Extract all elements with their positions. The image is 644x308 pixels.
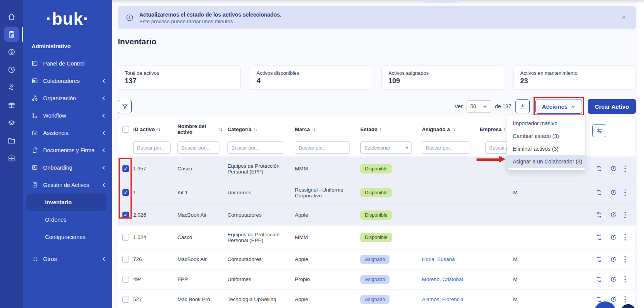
- kebab-menu-icon[interactable]: [624, 256, 626, 263]
- row-checkbox[interactable]: [122, 276, 129, 283]
- payroll-dollar-icon[interactable]: $: [0, 43, 23, 61]
- sidebar-item-panel-de-control[interactable]: Panel de Control: [23, 55, 112, 72]
- acciones-button[interactable]: Acciones: [535, 99, 582, 114]
- sort-icon[interactable]: ↑↓: [253, 127, 257, 131]
- crear-activo-button[interactable]: Crear Activo: [588, 99, 636, 114]
- change-status-icon[interactable]: [595, 189, 603, 196]
- menu-item-importador-masivo[interactable]: Importador masivo: [507, 117, 585, 130]
- select-all-checkbox[interactable]: [122, 126, 129, 133]
- history-icon[interactable]: [610, 276, 617, 283]
- archive-cabinet-icon[interactable]: [0, 150, 23, 167]
- sidebar-subitem-inventario[interactable]: Inventario: [26, 194, 107, 211]
- total-count-label: de 137: [495, 103, 512, 109]
- change-status-icon[interactable]: [595, 256, 603, 263]
- sidebar-item-otros[interactable]: Otros: [23, 250, 112, 268]
- assigned-person-link[interactable]: Moreno, Cristobal: [422, 276, 463, 282]
- sort-icon[interactable]: ↑↓: [219, 127, 222, 131]
- sidebar-item-documentos-y-firma[interactable]: Documentos y Firma: [23, 141, 112, 159]
- training-graduation-icon[interactable]: [0, 114, 23, 132]
- clipboard-check-icon: [32, 182, 38, 188]
- row-checkbox[interactable]: ✓: [122, 212, 129, 218]
- column-settings-button[interactable]: [592, 124, 606, 137]
- filter-categoria-input[interactable]: [227, 141, 284, 154]
- cell-categoria: Uniformes: [227, 276, 295, 282]
- change-status-icon[interactable]: [595, 234, 603, 241]
- filter-asignado-input[interactable]: [422, 141, 470, 154]
- kebab-menu-icon[interactable]: [624, 211, 626, 219]
- cell-nombre: Mac Book Pro: [177, 296, 227, 302]
- status-badge: Disponible: [360, 188, 392, 197]
- change-status-icon[interactable]: [595, 165, 603, 172]
- sort-icon[interactable]: ↑↓: [452, 127, 455, 131]
- row-checkbox[interactable]: ✓: [122, 189, 129, 196]
- cell-id: 494: [133, 276, 177, 282]
- history-icon[interactable]: [610, 256, 617, 263]
- benefits-hand-heart-icon[interactable]: [0, 79, 23, 96]
- sort-icon[interactable]: ↑↓: [157, 127, 160, 131]
- stat-label: Total de activos: [125, 70, 234, 76]
- sidebar-item-colaboradores[interactable]: Colaboradores: [23, 72, 112, 89]
- cell-categoria: Computadores: [227, 256, 295, 262]
- kebab-menu-icon[interactable]: [624, 165, 626, 172]
- menu-item-asignar-colaborador[interactable]: Asignar a un Colaborador (3): [507, 155, 585, 168]
- column-header-id[interactable]: ID activo↑↓: [133, 126, 177, 132]
- cell-categoria: Equipos de Protección Personal (EPP): [227, 163, 295, 175]
- history-icon[interactable]: [610, 296, 617, 303]
- filter-estado-select[interactable]: Seleccionar▾: [360, 141, 412, 154]
- sidebar-item-gestion-de-activos[interactable]: Gestión de Activos: [23, 176, 112, 194]
- page-size-select[interactable]: 50: [467, 100, 491, 113]
- column-header-nombre[interactable]: Nombre del activo↑↓: [177, 123, 227, 135]
- download-button[interactable]: [515, 99, 530, 113]
- column-header-asignado[interactable]: Asignado a↑↓: [422, 126, 480, 132]
- row-checkbox[interactable]: [122, 256, 129, 263]
- close-icon[interactable]: ×: [622, 13, 626, 22]
- change-status-icon[interactable]: [595, 276, 603, 283]
- sidebar-item-workflow[interactable]: Workflow: [23, 107, 112, 124]
- row-checkbox[interactable]: [122, 296, 129, 303]
- acciones-button-label: Acciones: [542, 103, 568, 110]
- chevron-left-icon: [101, 78, 106, 84]
- history-icon[interactable]: [610, 234, 617, 241]
- change-status-icon[interactable]: [595, 211, 603, 219]
- assigned-person-link[interactable]: Horia, Susana: [422, 256, 455, 262]
- kebab-menu-icon[interactable]: [624, 189, 626, 196]
- menu-item-cambiar-estado[interactable]: Cambiar estado (3): [507, 130, 585, 143]
- kebab-menu-icon[interactable]: [624, 276, 626, 283]
- kebab-menu-icon[interactable]: [624, 234, 626, 241]
- history-icon[interactable]: [610, 189, 617, 196]
- rewards-gift-icon[interactable]: [0, 96, 23, 114]
- history-icon[interactable]: [610, 211, 617, 219]
- filter-nombre-input[interactable]: [177, 141, 219, 154]
- status-badge: Disponible: [360, 164, 392, 173]
- history-icon[interactable]: [610, 165, 617, 172]
- filter-id-input[interactable]: [133, 141, 171, 154]
- column-header-estado[interactable]: Estado↑: [360, 126, 422, 132]
- row-checkbox[interactable]: [122, 234, 129, 241]
- column-header-marca[interactable]: Marca↑↓: [295, 126, 360, 132]
- assigned-person-link[interactable]: Alamos, Florencia: [422, 296, 463, 302]
- chevron-left-icon: [101, 96, 106, 101]
- row-checkbox[interactable]: ✓: [122, 165, 129, 172]
- acciones-dropdown-menu: Importador masivo Cambiar estado (3) Eli…: [507, 115, 585, 170]
- svg-text:$: $: [10, 50, 13, 54]
- assets-clipboard-icon[interactable]: [0, 25, 23, 43]
- filter-marca-input[interactable]: [295, 141, 350, 154]
- sort-icon[interactable]: ↑: [503, 127, 505, 131]
- sidebar-subitem-ordenes[interactable]: Órdenes: [23, 211, 112, 228]
- sidebar-item-asistencia[interactable]: Asistencia: [23, 124, 112, 141]
- filter-button[interactable]: [118, 100, 132, 113]
- column-header-categoria[interactable]: Categoría↑↓: [227, 126, 295, 132]
- sidebar-item-onboarding[interactable]: Onboarding: [23, 159, 112, 176]
- home-icon[interactable]: [0, 8, 23, 25]
- sidebar-subitem-configuraciones[interactable]: Configuraciones: [23, 228, 112, 246]
- cell-id: 1.357: [133, 166, 177, 172]
- chevron-left-icon: [101, 182, 106, 188]
- kebab-menu-icon[interactable]: [624, 296, 626, 303]
- sidebar-item-organizacion[interactable]: Organización: [23, 89, 112, 107]
- menu-item-eliminar-activos[interactable]: Eliminar activos (3): [507, 143, 585, 155]
- files-folder-icon[interactable]: [0, 132, 23, 150]
- time-clock-icon[interactable]: [0, 61, 23, 79]
- documents-icon: [32, 147, 38, 153]
- sort-icon[interactable]: ↑↓: [312, 127, 315, 131]
- sort-icon[interactable]: ↑: [380, 127, 381, 131]
